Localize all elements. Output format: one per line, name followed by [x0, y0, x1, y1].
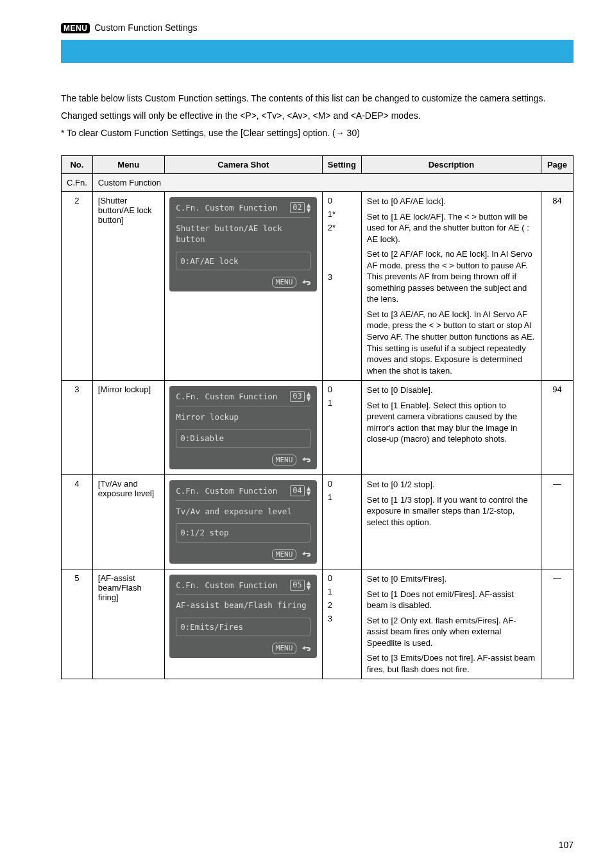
- hdr-page: Page: [541, 156, 574, 174]
- desc-line: Set to [3 AE/AF, no AE lock]. In AI Serv…: [367, 309, 536, 376]
- intro-block: The table below lists Custom Function se…: [61, 92, 574, 140]
- desc-line: Set to [0 Disable].: [367, 385, 536, 396]
- page-number: 107: [559, 840, 574, 850]
- cell-desc: Set to [0 1/2 stop]. Set to [1 1/3 stop]…: [361, 475, 541, 569]
- lcd-title: C.Fn. Custom Function: [176, 580, 277, 591]
- blue-banner: [61, 40, 574, 63]
- table-subhead-row: C.Fn. Custom Function: [62, 174, 574, 192]
- lcd-number-box: 03 ▲▼: [290, 391, 310, 402]
- cell-no: 5: [62, 569, 93, 679]
- setting-opt: 3: [328, 272, 356, 282]
- setting-opt: 1*: [328, 209, 356, 219]
- intro-p1: The table below lists Custom Function se…: [61, 92, 574, 105]
- setting-opt: 1: [328, 587, 356, 596]
- setting-opt: 1: [328, 492, 356, 502]
- back-arrow-icon: [300, 279, 310, 286]
- up-down-icon: ▲▼: [307, 203, 311, 213]
- lcd-menu-label: MENU: [272, 643, 297, 654]
- lcd-value: 0:1/2 stop: [176, 523, 310, 542]
- cell-page: 94: [541, 381, 574, 475]
- lcd-line2: Mirror lockup: [176, 412, 310, 423]
- lcd-screenshot: C.Fn. Custom Function 05 ▲▼ AF-assist be…: [169, 575, 317, 658]
- hdr-no: No.: [62, 156, 93, 174]
- lcd-number-box: 02 ▲▼: [290, 202, 310, 213]
- cell-menu: [AF-assist beam/Flash firing]: [92, 569, 164, 679]
- setting-opt: 2: [328, 600, 356, 610]
- subhead-cfn: C.Fn.: [62, 174, 93, 192]
- table-row: 4 [Tv/Av and exposure level] C.Fn. Custo…: [62, 475, 574, 569]
- back-arrow-icon: [300, 645, 310, 652]
- intro-p2: Changed settings will only be effective …: [61, 109, 574, 123]
- lcd-screenshot: C.Fn. Custom Function 04 ▲▼ Tv/Av and ex…: [169, 480, 317, 564]
- cell-settings: 0 1: [322, 475, 361, 569]
- cell-no: 3: [62, 381, 93, 475]
- cell-shot: C.Fn. Custom Function 02 ▲▼ Shutter butt…: [164, 192, 322, 381]
- cell-page: 84: [541, 192, 574, 381]
- table-row: 3 [Mirror lockup] C.Fn. Custom Function …: [62, 381, 574, 475]
- desc-line: Set to [1 AE lock/AF]. The < > button wi…: [367, 211, 536, 245]
- desc-line: Set to [0 1/2 stop].: [367, 479, 536, 490]
- lcd-number-box: 05 ▲▼: [290, 580, 310, 591]
- menu-suffix-text: Custom Function Settings: [94, 22, 197, 33]
- lcd-title: C.Fn. Custom Function: [176, 485, 277, 497]
- lcd-value: 0:Disable: [176, 429, 310, 448]
- lcd-number-box: 04 ▲▼: [290, 485, 310, 496]
- lcd-line2: Tv/Av and exposure level: [176, 506, 310, 517]
- lcd-line2: AF-assist beam/Flash firing: [176, 600, 310, 611]
- lcd-menu-label: MENU: [272, 455, 297, 465]
- desc-line: Set to [3 Emits/Does not fire]. AF-assis…: [367, 652, 536, 675]
- cell-page: —: [541, 569, 574, 679]
- setting-opt: 0: [328, 573, 356, 583]
- lcd-number: 04: [290, 485, 304, 496]
- cell-page: —: [541, 475, 574, 569]
- cell-shot: C.Fn. Custom Function 04 ▲▼ Tv/Av and ex…: [164, 475, 322, 569]
- lcd-number: 02: [290, 202, 304, 213]
- cell-menu: [Shutter button/AE lock button]: [92, 192, 164, 381]
- setting-opt: 0: [328, 196, 356, 205]
- desc-line: Set to [2 Only ext. flash emits/Fires]. …: [367, 615, 536, 649]
- back-arrow-icon: [300, 550, 310, 558]
- cell-settings: 0 1* 2* 3: [322, 192, 361, 381]
- lcd-menu-label: MENU: [272, 277, 297, 288]
- up-down-icon: ▲▼: [307, 580, 311, 591]
- setting-opt: 1: [328, 398, 356, 408]
- subhead-custom-function: Custom Function: [92, 174, 573, 192]
- desc-line: Set to [1 Does not emit/Fires]. AF-assis…: [367, 589, 536, 611]
- setting-opt: 0: [328, 385, 356, 394]
- setting-opt: 2*: [328, 223, 356, 232]
- cell-no: 4: [62, 475, 93, 569]
- lcd-title: C.Fn. Custom Function: [176, 202, 277, 214]
- lcd-screenshot: C.Fn. Custom Function 02 ▲▼ Shutter butt…: [169, 197, 317, 291]
- lcd-screenshot: C.Fn. Custom Function 03 ▲▼ Mirror locku…: [169, 386, 317, 469]
- cell-no: 2: [62, 192, 93, 381]
- back-arrow-icon: [300, 456, 310, 464]
- hdr-desc: Description: [361, 156, 541, 174]
- lcd-line2: Shutter button/AE lock button: [176, 223, 310, 245]
- table-header-row: No. Menu Camera Shot Setting Description…: [62, 156, 574, 174]
- hdr-shot: Camera Shot: [164, 156, 322, 174]
- intro-note: * To clear Custom Function Settings, use…: [61, 126, 574, 140]
- table-row: 5 [AF-assist beam/Flash firing] C.Fn. Cu…: [62, 569, 574, 679]
- cell-desc: Set to [0 AF/AE lock]. Set to [1 AE lock…: [361, 192, 541, 381]
- menu-badge: MENU: [61, 23, 90, 33]
- lcd-menu-label: MENU: [272, 549, 297, 560]
- lcd-title: C.Fn. Custom Function: [176, 391, 277, 403]
- desc-line: Set to [0 AF/AE lock].: [367, 196, 536, 207]
- cell-shot: C.Fn. Custom Function 05 ▲▼ AF-assist be…: [164, 569, 322, 679]
- setting-opt: 3: [328, 614, 356, 623]
- lcd-number: 03: [290, 391, 304, 402]
- desc-line: Set to [0 Emits/Fires].: [367, 573, 536, 585]
- page-heading: MENU Custom Function Settings: [61, 22, 574, 33]
- lcd-value: 0:AF/AE lock: [176, 252, 310, 271]
- up-down-icon: ▲▼: [307, 486, 311, 496]
- hdr-set: Setting: [322, 156, 361, 174]
- hdr-menu: Menu: [92, 156, 164, 174]
- table-row: 2 [Shutter button/AE lock button] C.Fn. …: [62, 192, 574, 381]
- cell-settings: 0 1 2 3: [322, 569, 361, 679]
- cell-menu: [Mirror lockup]: [92, 381, 164, 475]
- up-down-icon: ▲▼: [307, 392, 311, 402]
- cell-settings: 0 1: [322, 381, 361, 475]
- cell-desc: Set to [0 Disable]. Set to [1 Enable]. S…: [361, 381, 541, 475]
- setting-opt: 0: [328, 479, 356, 489]
- desc-line: Set to [1 1/3 stop]. If you want to cont…: [367, 494, 536, 528]
